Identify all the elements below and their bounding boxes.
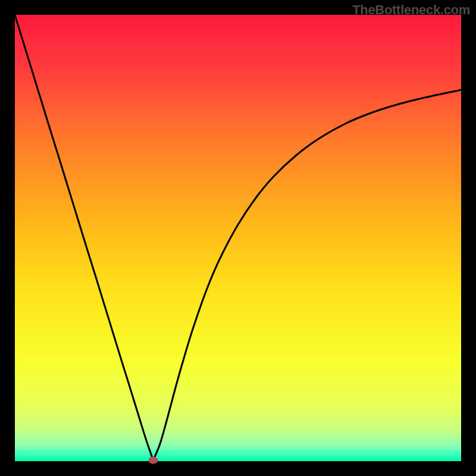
vertex-marker — [149, 457, 158, 464]
watermark-text: TheBottleneck.com — [352, 2, 470, 18]
chart-frame: TheBottleneck.com — [0, 0, 476, 476]
plot-background — [15, 15, 461, 461]
bottleneck-chart — [0, 0, 476, 476]
